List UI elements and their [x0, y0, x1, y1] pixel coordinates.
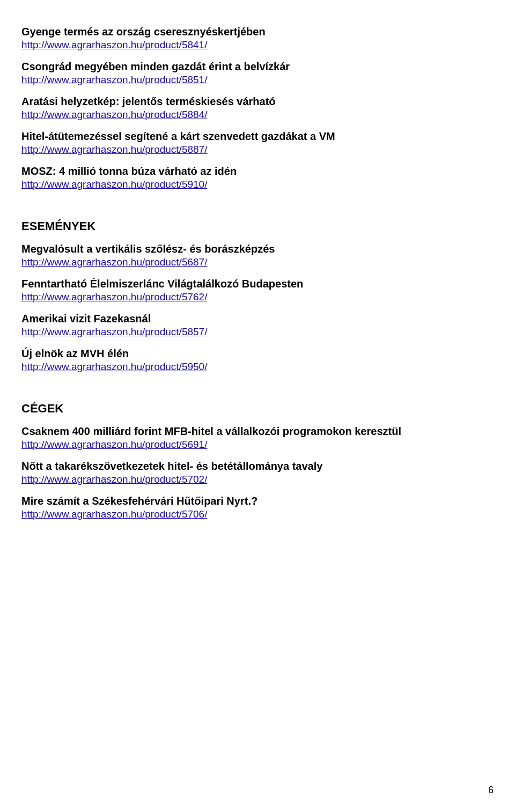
article-title: Hitel-átütemezéssel segítené a kárt szen… [21, 130, 494, 143]
cegek-title: Nőtt a takarékszövetkezetek hitel- és be… [21, 460, 494, 473]
event-item: Fenntartható Élelmiszerlánc Világtalálko… [21, 278, 494, 303]
event-item: Új elnök az MVH élén http://www.agrarhas… [21, 348, 494, 373]
event-title: Amerikai vizit Fazekasnál [21, 313, 494, 325]
event-item: Amerikai vizit Fazekasnál http://www.agr… [21, 313, 494, 338]
article-link[interactable]: http://www.agrarhaszon.hu/product/5887/ [21, 144, 494, 156]
article-item: Aratási helyzetkép: jelentős terméskiesé… [21, 95, 494, 121]
cegek-title: Mire számít a Székesfehérvári Hűtőipari … [21, 495, 494, 507]
events-heading: ESEMÉNYEK [21, 219, 494, 233]
event-title: Fenntartható Élelmiszerlánc Világtalálko… [21, 278, 494, 290]
cegek-section: CÉGEK Csaknem 400 milliárd forint MFB-hi… [21, 402, 494, 520]
event-title: Megvalósult a vertikális szőlész- és bor… [21, 243, 494, 255]
cegek-item: Mire számít a Székesfehérvári Hűtőipari … [21, 495, 494, 520]
article-item: Csongrád megyében minden gazdát érint a … [21, 61, 494, 86]
main-content: Gyenge termés az ország cseresznyéskertj… [21, 26, 494, 520]
article-title: Gyenge termés az ország cseresznyéskertj… [21, 26, 494, 38]
article-item: Hitel-átütemezéssel segítené a kárt szen… [21, 130, 494, 156]
event-item: Megvalósult a vertikális szőlész- és bor… [21, 243, 494, 268]
articles-section: Gyenge termés az ország cseresznyéskertj… [21, 26, 494, 190]
article-link[interactable]: http://www.agrarhaszon.hu/product/5884/ [21, 109, 494, 121]
article-link[interactable]: http://www.agrarhaszon.hu/product/5910/ [21, 179, 494, 190]
article-title: Aratási helyzetkép: jelentős terméskiesé… [21, 95, 494, 108]
cegek-item: Nőtt a takarékszövetkezetek hitel- és be… [21, 460, 494, 485]
event-link[interactable]: http://www.agrarhaszon.hu/product/5687/ [21, 256, 494, 268]
cegek-heading: CÉGEK [21, 402, 494, 416]
article-title: Csongrád megyében minden gazdát érint a … [21, 61, 494, 73]
article-title: MOSZ: 4 millió tonna búza várható az idé… [21, 165, 494, 178]
event-link[interactable]: http://www.agrarhaszon.hu/product/5857/ [21, 326, 494, 338]
cegek-title: Csaknem 400 milliárd forint MFB-hitel a … [21, 425, 494, 438]
article-link[interactable]: http://www.agrarhaszon.hu/product/5841/ [21, 39, 494, 51]
events-section: ESEMÉNYEK Megvalósult a vertikális szőlé… [21, 219, 494, 373]
cegek-link[interactable]: http://www.agrarhaszon.hu/product/5706/ [21, 508, 494, 520]
page-number: 6 [488, 785, 494, 796]
event-title: Új elnök az MVH élén [21, 348, 494, 360]
cegek-link[interactable]: http://www.agrarhaszon.hu/product/5702/ [21, 474, 494, 485]
cegek-item: Csaknem 400 milliárd forint MFB-hitel a … [21, 425, 494, 451]
article-link[interactable]: http://www.agrarhaszon.hu/product/5851/ [21, 74, 494, 86]
article-item: MOSZ: 4 millió tonna búza várható az idé… [21, 165, 494, 190]
event-link[interactable]: http://www.agrarhaszon.hu/product/5762/ [21, 291, 494, 303]
cegek-link[interactable]: http://www.agrarhaszon.hu/product/5691/ [21, 439, 494, 451]
event-link[interactable]: http://www.agrarhaszon.hu/product/5950/ [21, 361, 494, 373]
article-item: Gyenge termés az ország cseresznyéskertj… [21, 26, 494, 51]
